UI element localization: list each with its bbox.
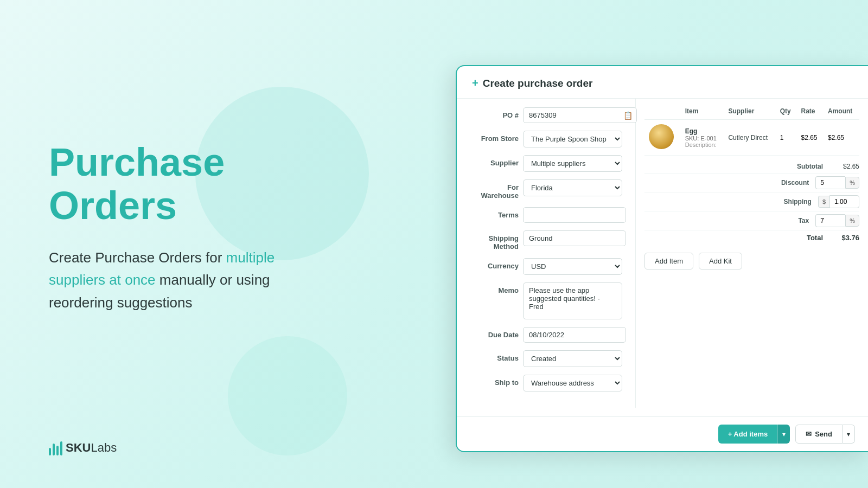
shipping-input-group: $ — [818, 195, 859, 208]
add-kit-button[interactable]: Add Kit — [699, 253, 742, 269]
action-buttons: Add Item Add Kit — [644, 253, 859, 269]
table-section: Item Supplier Qty Rate Amount — [636, 99, 868, 408]
discount-input-group: % — [815, 176, 859, 189]
from-store-row: From Store The Purple Spoon Shop — [470, 131, 622, 147]
from-store-select[interactable]: The Purple Spoon Shop — [523, 131, 622, 147]
discount-percent-button[interactable]: % — [845, 177, 859, 189]
col-amount: Amount — [824, 105, 859, 120]
due-date-label: Due Date — [470, 327, 519, 339]
purchase-order-panel: + Create purchase order PO # 📋 From Stor… — [456, 65, 868, 452]
subtotal-label: Subtotal — [785, 163, 823, 170]
form-header: + Create purchase order — [457, 66, 868, 99]
add-item-button[interactable]: Add Item — [644, 253, 693, 269]
header-row: Item Supplier Qty Rate Amount — [644, 105, 859, 120]
logo-bar-2 — [53, 444, 55, 455]
currency-label: Currency — [470, 258, 519, 270]
logo-bars-icon — [49, 440, 62, 455]
discount-input[interactable] — [815, 176, 845, 189]
status-select[interactable]: Created Pending Approved — [523, 350, 622, 367]
tax-input[interactable] — [815, 214, 845, 227]
item-name: Egg — [685, 127, 720, 135]
form-body: PO # 📋 From Store The Purple Spoon Shop … — [457, 99, 868, 408]
logo-regular: Labs — [91, 441, 117, 454]
logo-bar-3 — [56, 446, 59, 455]
form-fields-section: PO # 📋 From Store The Purple Spoon Shop … — [457, 99, 636, 408]
calendar-icon: 📋 — [623, 111, 633, 120]
terms-input[interactable] — [523, 207, 626, 223]
left-panel: Purchase Orders Create Purchase Orders f… — [49, 0, 363, 488]
item-image-cell — [644, 120, 681, 156]
po-number-row: PO # 📋 — [470, 107, 622, 123]
item-info-cell: Egg SKU: E-001 Description: — [681, 120, 724, 156]
tax-input-group: % — [815, 214, 859, 227]
subtotal-row: Subtotal $2.65 — [644, 160, 859, 174]
item-qty: 1 — [780, 134, 784, 142]
ship-to-label: Ship to — [470, 375, 519, 387]
logo-text: SKULabs — [66, 441, 117, 455]
summary-section: Subtotal $2.65 Discount % Shipping $ — [644, 160, 859, 245]
shipping-dollar-button[interactable]: $ — [818, 196, 829, 208]
warehouse-select[interactable]: Florida — [523, 179, 622, 196]
po-label: PO # — [470, 107, 519, 119]
logo-bar-4 — [60, 441, 62, 455]
send-dropdown-button[interactable]: ▾ — [843, 425, 855, 444]
terms-row: Terms — [470, 207, 622, 223]
tax-percent-button[interactable]: % — [845, 215, 859, 227]
col-qty: Qty — [776, 105, 797, 120]
item-amount: $2.65 — [828, 134, 844, 142]
send-label: Send — [815, 430, 832, 438]
col-image — [644, 105, 681, 120]
shipping-method-input[interactable] — [523, 230, 626, 246]
shipping-label: Shipping — [774, 198, 812, 206]
supplier-select[interactable]: Multiple suppliers — [523, 155, 622, 172]
send-envelope-icon: ✉ — [806, 430, 812, 438]
discount-row: Discount % — [644, 174, 859, 192]
tax-label: Tax — [771, 217, 809, 224]
po-input-wrapper: 📋 — [523, 107, 637, 123]
item-desc: Description: — [685, 142, 720, 148]
logo-bar-1 — [49, 448, 51, 455]
item-info: Egg SKU: E-001 Description: — [685, 127, 720, 148]
add-items-label: + Add items — [728, 430, 768, 438]
item-rate: $2.65 — [801, 134, 818, 142]
supplier-label: Supplier — [470, 155, 519, 167]
table-row: Egg SKU: E-001 Description: Cutlery Dire… — [644, 120, 859, 156]
item-rate-cell: $2.65 — [797, 120, 824, 156]
discount-label: Discount — [771, 179, 809, 187]
tax-row: Tax % — [644, 211, 859, 230]
item-amount-cell: $2.65 — [824, 120, 859, 156]
items-table: Item Supplier Qty Rate Amount — [644, 105, 859, 156]
add-items-button[interactable]: + Add items — [718, 425, 778, 444]
logo-bold: SKU — [66, 441, 91, 454]
total-row: Total $3.76 — [644, 230, 859, 245]
shipping-method-row: ShippingMethod — [470, 230, 622, 251]
item-qty-cell: 1 — [776, 120, 797, 156]
subtitle: Create Purchase Orders for multiple supp… — [49, 247, 309, 314]
subtotal-value: $2.65 — [829, 163, 859, 170]
egg-image — [649, 124, 674, 149]
memo-label: Memo — [470, 282, 519, 294]
bottom-bar: + Add items ▾ ✉ Send ▾ — [456, 416, 868, 451]
shipping-input[interactable] — [829, 195, 859, 208]
po-number-input[interactable] — [523, 107, 637, 123]
add-items-dropdown-button[interactable]: ▾ — [777, 425, 790, 444]
page-title: Purchase Orders — [49, 141, 363, 227]
send-button[interactable]: ✉ Send — [795, 425, 843, 444]
currency-select[interactable]: USD EUR — [523, 258, 622, 275]
subtitle-part1: Create Purchase Orders for — [49, 249, 226, 266]
from-store-label: From Store — [470, 131, 519, 143]
ship-to-select[interactable]: Warehouse address — [523, 375, 622, 391]
warehouse-row: ForWarehouse Florida — [470, 179, 622, 200]
plus-icon: + — [472, 77, 478, 89]
logo: SKULabs — [49, 440, 117, 455]
item-sku: SKU: E-001 — [685, 135, 720, 142]
item-supplier: Cutlery Direct — [728, 134, 768, 142]
terms-label: Terms — [470, 207, 519, 219]
warehouse-label: ForWarehouse — [470, 179, 519, 200]
due-date-input[interactable] — [523, 327, 626, 343]
form-header-title: Create purchase order — [483, 78, 593, 89]
ship-to-row: Ship to Warehouse address — [470, 375, 622, 391]
col-item: Item — [681, 105, 724, 120]
status-row: Status Created Pending Approved — [470, 350, 622, 367]
memo-textarea[interactable]: Please use the app suggested quantities!… — [523, 282, 622, 319]
